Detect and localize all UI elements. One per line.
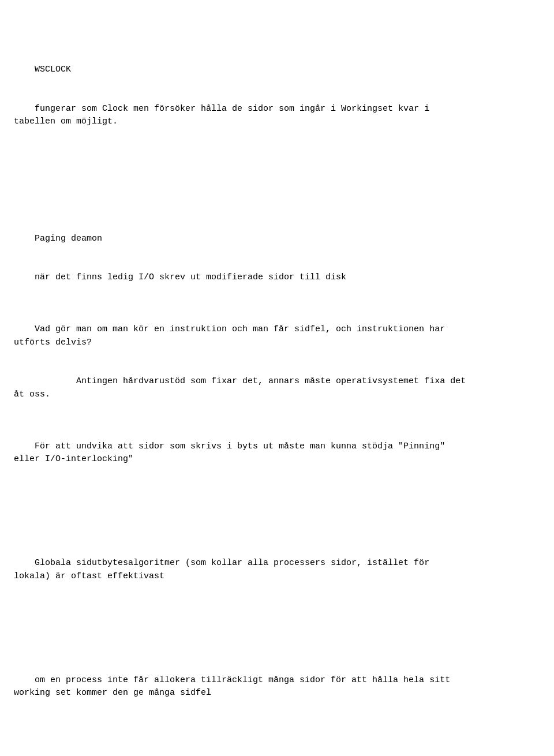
section-wsclock-text: fungerar som Clock men försöker hålla de… (14, 104, 429, 127)
section-wsclock: WSCLOCK fungerar som Clock men försöker … (14, 51, 540, 181)
section-paging-deamon: Paging deamon när det finns ledig I/O sk… (14, 219, 540, 752)
document-body: WSCLOCK fungerar som Clock men försöker … (14, 12, 540, 756)
paging-deamon-p3: Vad gör man om man kör en instruktion oc… (14, 324, 445, 347)
section-wsclock-title: WSCLOCK (35, 65, 71, 74)
paging-deamon-p1: när det finns ledig I/O skrev ut modifie… (35, 272, 346, 282)
paging-deamon-p4: Antingen hårdvarustöd som fixar det, ann… (14, 376, 466, 399)
paging-deamon-p9: om en process inte får allokera tillräck… (14, 675, 450, 698)
paging-deamon-p7: Globala sidutbytesalgoritmer (som kollar… (14, 558, 429, 581)
section-paging-deamon-title: Paging deamon (35, 234, 102, 244)
paging-deamon-p5: För att undvika att sidor som skrivs i b… (14, 441, 445, 465)
